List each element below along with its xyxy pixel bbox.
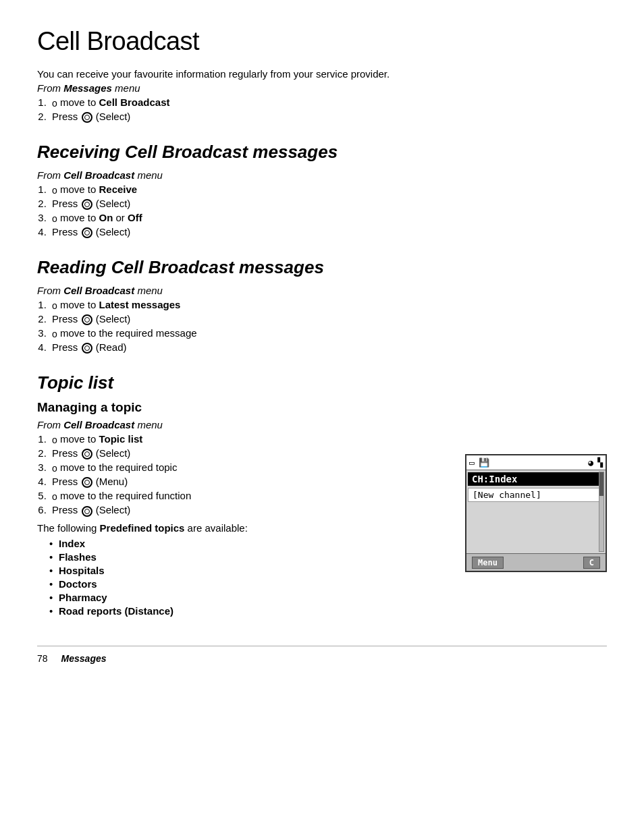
phone-bottom-bar: Menu C [466, 553, 606, 571]
list-item: Press (Select) [49, 447, 445, 459]
list-item: Press (Menu) [49, 476, 445, 488]
list-item: Doctors [49, 578, 445, 590]
select-icon [82, 343, 92, 354]
page-title: Cell Broadcast [37, 27, 607, 56]
list-item: Press (Select) [49, 198, 607, 210]
list-item: o move to Topic list [49, 433, 445, 445]
list-item: Flashes [49, 551, 445, 563]
main-steps: o move to Cell Broadcast Press (Select) [49, 96, 607, 123]
phone-scrollbar-thumb [599, 472, 603, 496]
phone-ch-index: CH:Index [468, 472, 604, 486]
phone-signal-bar: ▚ [597, 457, 603, 468]
select-icon [82, 227, 92, 238]
list-item: Road reports (Distance) [49, 605, 445, 617]
list-item: Hospitals [49, 565, 445, 576]
phone-mockup: ▭ 💾 ◕ ▚ CH:Index [New channel] [465, 454, 607, 572]
list-item: Press (Select) [49, 504, 445, 516]
list-item: Press (Select) [49, 111, 607, 123]
select-icon [82, 506, 92, 517]
footer: 78 Messages [37, 646, 607, 664]
from-cb-menu-2: From Cell Broadcast menu [37, 285, 607, 296]
subsection-managing-title: Managing a topic [37, 400, 445, 415]
phone-c-button: C [583, 557, 600, 569]
receiving-steps: o move to Receive Press (Select) o move … [49, 184, 607, 238]
page-number: 78 [37, 653, 48, 664]
phone-signal-icons: ◕ ▚ [588, 457, 603, 468]
phone-scrollbar [599, 472, 604, 552]
phone-icon-1: ▭ [469, 457, 475, 468]
from-cb-menu-3: From Cell Broadcast menu [37, 419, 445, 430]
list-item: o move to the required function [49, 490, 445, 502]
phone-menu-button: Menu [472, 557, 504, 569]
reading-steps: o move to Latest messages Press (Select)… [49, 299, 607, 354]
predefined-intro: The following Predefined topics are avai… [37, 522, 445, 534]
list-item: o move to On or Off [49, 212, 607, 224]
list-item: o move to the required topic [49, 461, 445, 474]
list-item: o move to the required message [49, 327, 607, 339]
select-icon [82, 112, 92, 123]
section-topic-title: Topic list [37, 372, 607, 393]
phone-top-bar: ▭ 💾 ◕ ▚ [466, 455, 606, 470]
select-icon [82, 449, 92, 459]
intro-text: You can receive your favourite informati… [37, 68, 607, 80]
list-item: Press (Select) [49, 313, 607, 325]
select-icon [82, 314, 92, 325]
footer-section-label: Messages [61, 653, 107, 664]
list-item: o move to Latest messages [49, 299, 607, 311]
from-cb-menu-1: From Cell Broadcast menu [37, 169, 607, 181]
list-item: Press (Read) [49, 341, 607, 354]
phone-status-icons: ▭ 💾 [469, 457, 489, 468]
select-icon [82, 199, 92, 210]
phone-icon-2: 💾 [479, 457, 489, 468]
topics-list: IndexFlashesHospitalsDoctorsPharmacyRoad… [49, 538, 445, 617]
phone-screen: ▭ 💾 ◕ ▚ CH:Index [New channel] [465, 454, 607, 572]
managing-steps: o move to Topic list Press (Select) o mo… [49, 433, 445, 516]
section-receiving-title: Receiving Cell Broadcast messages [37, 142, 607, 163]
list-item: Press (Select) [49, 226, 607, 238]
topic-list-content: Managing a topic From Cell Broadcast men… [37, 400, 445, 618]
list-item: o move to Cell Broadcast [49, 96, 607, 109]
select-icon [82, 477, 92, 488]
section-reading-title: Reading Cell Broadcast messages [37, 257, 607, 278]
list-item: o move to Receive [49, 184, 607, 196]
phone-icon-3: ◕ [588, 457, 593, 468]
from-messages-menu: From Messages menu [37, 82, 607, 94]
phone-new-channel: [New channel] [468, 488, 604, 502]
list-item: Index [49, 538, 445, 549]
list-item: Pharmacy [49, 592, 445, 603]
